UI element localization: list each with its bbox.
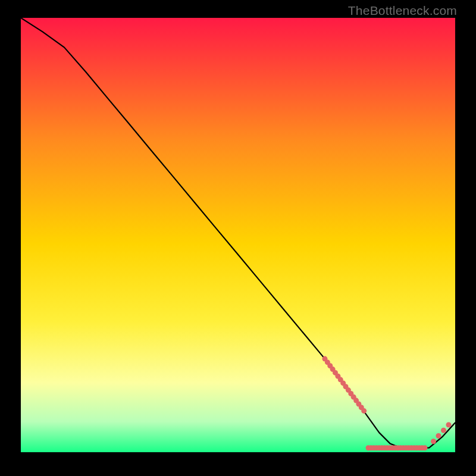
data-marker — [441, 428, 446, 433]
marker-group — [322, 356, 452, 451]
bottleneck-curve — [21, 18, 455, 448]
data-marker — [446, 422, 452, 428]
chart-stage: TheBottleneck.com — [0, 0, 476, 476]
data-marker — [436, 433, 441, 439]
plot-area — [21, 18, 455, 452]
watermark-text: TheBottleneck.com — [348, 4, 457, 18]
data-marker — [422, 445, 427, 450]
data-marker — [361, 408, 367, 414]
data-marker — [431, 439, 436, 444]
curve-group — [21, 18, 455, 448]
curve-layer — [21, 18, 455, 452]
